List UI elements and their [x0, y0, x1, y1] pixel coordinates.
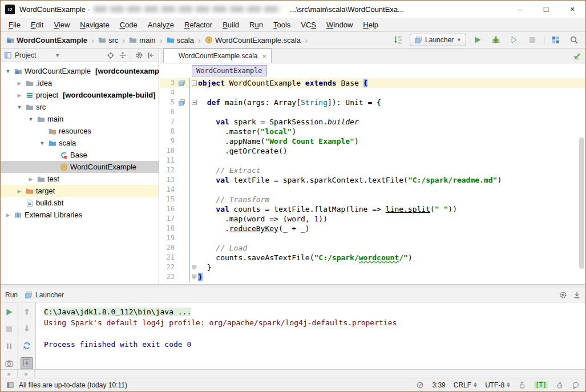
line-number: 21 — [160, 253, 175, 262]
run-configuration-select[interactable]: Launcher ▼ — [410, 34, 466, 46]
menu-tools[interactable]: Tools — [269, 19, 295, 31]
folder-resources-icon — [49, 127, 56, 135]
menu-edit[interactable]: Edit — [26, 19, 48, 31]
search-everywhere-button[interactable] — [567, 34, 581, 46]
tree-item-wordcountexample[interactable]: ▼WordCountExample[wordcountexample] — [1, 65, 159, 77]
unlock-icon[interactable] — [518, 381, 526, 389]
line-separator-widget[interactable]: CRLF — [454, 381, 477, 389]
fold-marker[interactable] — [189, 98, 198, 107]
minimize-button[interactable]: – — [507, 1, 533, 18]
inspections-ok-icon[interactable] — [572, 51, 581, 60]
tree-item-scala[interactable]: ▼scala — [1, 137, 159, 149]
expand-arrow-icon[interactable]: ▼ — [15, 104, 23, 110]
stripe-overflow-button-2[interactable]: » — [18, 370, 35, 378]
encoding-widget[interactable]: UTF-8 — [485, 381, 510, 389]
menu-help[interactable]: Help — [358, 19, 383, 31]
fold-gutter — [189, 185, 198, 195]
tree-item-src[interactable]: ▼src — [1, 101, 159, 113]
stripe-overflow-button-1[interactable]: » — [1, 370, 18, 378]
editor-scrollbar — [579, 83, 584, 281]
collapse-all-icon[interactable] — [119, 51, 127, 59]
tree-item-resources[interactable]: resources — [1, 125, 159, 137]
code-line: 8 .master("local") — [160, 127, 585, 136]
tree-item-test[interactable]: ▶test — [1, 173, 159, 185]
tree-item-build-sbt[interactable]: build.sbt — [1, 197, 159, 209]
arrow-up-icon — [22, 307, 31, 316]
collapse-arrow-icon[interactable]: ▶ — [4, 212, 12, 218]
fold-marker[interactable] — [189, 272, 198, 282]
tree-item--idea[interactable]: ▶.idea — [1, 77, 159, 89]
collapse-arrow-icon[interactable]: ▶ — [27, 176, 35, 182]
tree-item-wordcountexample[interactable]: WordCountExample — [1, 161, 159, 173]
typing-mode-badge[interactable]: [T] — [534, 381, 548, 389]
run-tab-launcher[interactable]: Launcher — [21, 290, 67, 300]
menu-vcs[interactable]: VCS — [296, 19, 321, 31]
tree-item-external-libraries[interactable]: ▶External Libraries — [1, 209, 159, 221]
tree-item-target[interactable]: ▶target — [1, 185, 159, 197]
menu-window[interactable]: Window — [322, 19, 357, 31]
locate-icon[interactable] — [107, 51, 115, 59]
tree-item-project[interactable]: ▶project[wordcountexample-build] — [1, 89, 159, 101]
menu-view[interactable]: View — [49, 19, 74, 31]
fold-marker[interactable] — [189, 78, 198, 88]
tool-windows-button[interactable] — [549, 34, 563, 46]
menu-file[interactable]: File — [4, 19, 25, 31]
fold-marker[interactable] — [189, 262, 198, 272]
collapse-arrow-icon[interactable]: ▶ — [15, 80, 23, 86]
code-text: .getOrCreate() — [198, 146, 288, 156]
scrollbar-thumb[interactable] — [579, 138, 584, 269]
gear-icon[interactable] — [559, 291, 567, 299]
menu-run[interactable]: Run — [245, 19, 268, 31]
menu-navigate[interactable]: Navigate — [75, 19, 114, 31]
run-button[interactable] — [471, 34, 484, 46]
scroll-to-end-button[interactable] — [21, 357, 33, 369]
run-gutter-marker[interactable] — [175, 78, 188, 88]
breadcrumb-main[interactable]: main — [128, 35, 156, 46]
sync-sources-button[interactable]: 011001 — [391, 34, 405, 46]
hide-panel-icon[interactable] — [147, 51, 155, 59]
hector-inspections-icon[interactable] — [556, 381, 564, 389]
event-log-bubble-icon[interactable] — [572, 381, 580, 389]
expand-arrow-icon[interactable]: ▼ — [4, 68, 12, 74]
breadcrumb-wordcountexample[interactable]: WordCountExample — [5, 35, 88, 46]
editor-tab[interactable]: WordCountExample.scala × — [163, 49, 272, 63]
line-number: 20 — [160, 243, 175, 253]
menu-build[interactable]: Build — [218, 19, 244, 31]
gauge-icon[interactable] — [416, 381, 424, 389]
caret-position[interactable]: 3:39 — [432, 381, 445, 389]
toolwindow-toggle-icon[interactable] — [6, 381, 14, 389]
close-button[interactable]: × — [559, 1, 585, 18]
prev-occurrence-button[interactable] — [21, 306, 33, 318]
run-gutter-marker[interactable] — [175, 98, 188, 107]
breadcrumb-wordcountexample-scala[interactable]: WordCountExample.scala — [204, 35, 302, 46]
next-occurrence-button[interactable] — [21, 323, 33, 335]
toolbar-separator — [544, 35, 544, 45]
expand-arrow-icon[interactable]: ▼ — [27, 116, 35, 122]
menu-refactor[interactable]: Refactor — [180, 19, 217, 31]
project-view-dropdown[interactable]: ▼ — [55, 52, 60, 58]
expand-arrow-icon[interactable]: ▼ — [38, 140, 46, 146]
tree-item-label: WordCountExample — [70, 163, 136, 171]
menu-analyze[interactable]: Analyze — [143, 19, 179, 31]
pause-output-button[interactable] — [3, 340, 15, 352]
menu-code[interactable]: Code — [115, 19, 142, 31]
gear-icon[interactable] — [135, 51, 143, 59]
breadcrumb-src[interactable]: src — [97, 35, 119, 46]
tree-item-main[interactable]: ▼main — [1, 113, 159, 125]
tab-close-icon[interactable]: × — [261, 52, 267, 60]
debug-button[interactable] — [489, 34, 503, 46]
maximize-button[interactable]: □ — [533, 1, 559, 18]
hide-bottom-panel-icon[interactable] — [573, 291, 581, 299]
tree-item-base[interactable]: Base — [1, 149, 159, 161]
run-console[interactable]: C:\Java\jdk1.8.0_112\bin\java ...Using S… — [36, 302, 585, 369]
folder-scala-icon — [49, 139, 56, 147]
restart-button[interactable] — [21, 340, 33, 352]
collapse-arrow-icon[interactable]: ▶ — [15, 92, 23, 98]
breadcrumb-scala[interactable]: scala — [165, 35, 195, 46]
rerun-button[interactable] — [3, 306, 15, 318]
collapse-arrow-icon[interactable]: ▶ — [15, 188, 23, 194]
dump-threads-button[interactable] — [3, 357, 15, 369]
code-editor[interactable]: 3object WordCountExample extends Base {4… — [160, 63, 585, 284]
coverage-button[interactable] — [507, 34, 521, 46]
fold-gutter — [189, 253, 198, 262]
